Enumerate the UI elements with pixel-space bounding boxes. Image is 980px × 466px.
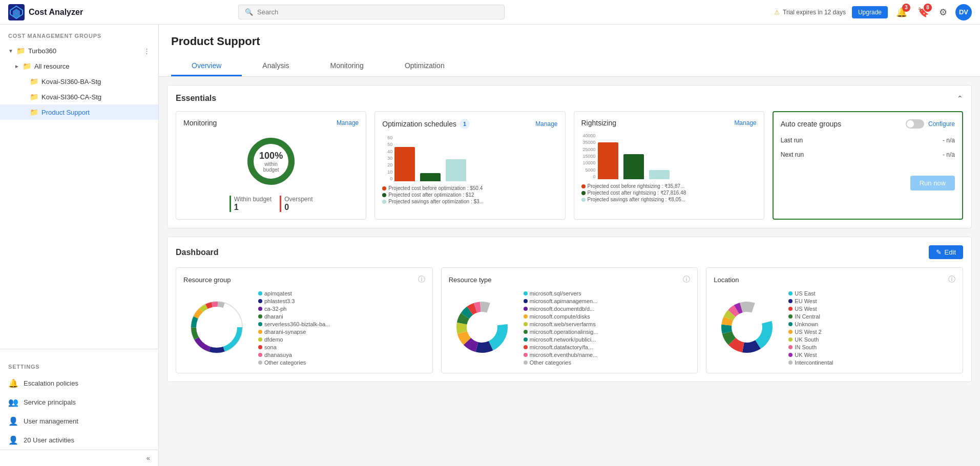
notifications-alert-button[interactable]: 🔖 8 [915,5,931,20]
sidebar: COST MANAGEMENT GROUPS ▼ 📁 Turbo360 ⋮ ► … [0,25,159,466]
optimization-legend: Projected cost before optimization : $50… [382,185,557,204]
location-card: Location ⓘ [706,267,963,373]
location-legend: US East EU West US West IN Central Unkno… [788,290,833,366]
within-budget-label: Within budget [234,196,272,203]
search-input[interactable] [257,8,498,16]
sidebar-item-all-resource[interactable]: ► 📁 All resource [0,58,158,74]
content-header: Product Support Overview Analysis Monito… [159,25,980,77]
last-run-label: Last run [781,137,803,144]
sidebar-item-kovai-ba[interactable]: 📁 Kovai-SI360-BA-Stg [0,74,158,89]
resource-group-title: Resource group [183,276,231,284]
right-bar-1 [598,142,618,179]
opt-bar-3 [446,159,466,181]
tab-optimization[interactable]: Optimization [384,56,465,76]
sidebar-item-service-principals[interactable]: 👥 Service principals [0,393,158,412]
settings-item-label: User management [24,417,78,425]
next-run-value: - n/a [943,151,955,158]
opt-bar-1 [394,147,415,182]
sidebar-item-turbo360[interactable]: ▼ 📁 Turbo360 ⋮ [0,43,158,58]
rightsizing-card: Rightsizing Manage 400003500025000150001… [574,111,764,220]
location-content: US East EU West US West IN Central Unkno… [714,290,955,366]
bell-badge: 3 [902,4,910,12]
resource-type-legend: microsoft.sql/servers microsoft.apimanag… [524,290,598,366]
edit-icon: ✎ [936,248,942,256]
resource-type-title: Resource type [449,276,492,284]
avatar[interactable]: DV [955,4,972,20]
opt-bar-2 [420,173,441,181]
search-icon: 🔍 [245,8,253,16]
auto-create-toggle[interactable] [906,119,924,129]
app-logo: Cost Analyzer [8,4,100,20]
tab-overview[interactable]: Overview [171,56,242,76]
right-legend-2: Projected cost after rightsizing : ₹27,8… [588,190,686,196]
upgrade-button[interactable]: Upgrade [852,6,888,18]
main-content: Product Support Overview Analysis Monito… [159,25,980,466]
dashboard-title: Dashboard [176,248,219,257]
right-legend-1: Projected cost before rightsizing : ₹35,… [588,183,685,189]
legend-text-1: Projected cost before optimization : $50… [388,185,483,191]
resource-type-content: microsoft.sql/servers microsoft.apimanag… [449,290,691,366]
next-run-label: Next run [781,151,804,158]
resource-group-card: Resource group ⓘ [176,267,433,373]
resource-type-info-icon[interactable]: ⓘ [683,275,690,284]
resource-type-header: Resource type ⓘ [449,275,691,284]
sidebar-item-user-activities[interactable]: 👤 20 User activities [0,431,158,450]
sidebar-item-label: Product Support [41,109,90,116]
tab-monitoring[interactable]: Monitoring [310,56,384,76]
alert-badge: 8 [924,4,932,12]
overspent-stat: Overspent 0 [280,196,312,212]
overspent-value: 0 [284,203,289,212]
monitoring-content: 100% within budget Within budget 1 [183,133,359,212]
chevron-right-icon: ► [14,63,19,69]
settings-section-label: SETTINGS [0,355,158,374]
configure-link[interactable]: Configure [928,120,955,128]
location-donut [714,294,780,362]
essentials-collapse-button[interactable]: ⌃ [957,94,963,102]
edit-label: Edit [945,248,956,256]
rightsizing-card-title: Rightsizing [581,119,616,127]
sidebar-item-product-support[interactable]: 📁 Product Support [0,104,158,120]
auto-create-title: Auto create groups [781,120,841,128]
folder-icon-active: 📁 [30,108,38,116]
escalation-icon: 🔔 [8,378,18,388]
sidebar-item-label: Kovai-SI360-CA-Stg [41,93,101,101]
right-bar-2 [623,154,644,180]
location-header: Location ⓘ [714,275,955,284]
right-bar-3 [649,170,670,179]
sidebar-item-kovai-ca[interactable]: 📁 Kovai-SI360-CA-Stg [0,89,158,104]
tabs: Overview Analysis Monitoring Optimizatio… [171,56,968,76]
toggle-thumb [907,120,914,128]
cost-groups-label: COST MANAGEMENT GROUPS [0,25,158,43]
sidebar-collapse-button[interactable]: « [0,450,158,466]
dashboard-grid: Resource group ⓘ [176,267,963,373]
essentials-section: Essentials ⌃ Monitoring Manage [167,85,972,228]
optimization-card-header: Optimization schedules 1 Manage [382,119,557,129]
optimization-manage-link[interactable]: Manage [535,120,557,128]
monitoring-stats: Within budget 1 Overspent 0 [230,196,313,212]
sidebar-item-user-management[interactable]: 👤 User management [0,412,158,431]
monitoring-manage-link[interactable]: Manage [337,119,359,126]
top-bar: Cost Analyzer 🔍 ⚠ Trial expires in 12 da… [0,0,980,25]
location-info-icon[interactable]: ⓘ [948,275,955,284]
page-title: Product Support [171,35,968,48]
rightsizing-manage-link[interactable]: Manage [734,119,756,126]
sidebar-item-label: Kovai-SI360-BA-Stg [41,78,101,86]
notifications-bell-button[interactable]: 🔔 3 [894,5,909,20]
resource-group-header: Resource group ⓘ [183,275,425,284]
within-budget-stat: Within budget 1 [230,196,272,212]
tab-analysis[interactable]: Analysis [242,56,309,76]
monitoring-percent: 100% [257,151,285,161]
trial-banner: ⚠ Trial expires in 12 days [774,9,846,16]
top-actions: ⚠ Trial expires in 12 days Upgrade 🔔 3 🔖… [774,4,972,20]
resource-group-info-icon[interactable]: ⓘ [418,275,425,284]
next-run-row: Next run - n/a [781,151,955,158]
monitoring-sub: within budget [257,161,285,173]
optimization-chart: 6050403020100 Projected cost before opti… [382,135,557,204]
settings-button[interactable]: ⚙ [937,5,949,20]
run-now-button[interactable]: Run now [910,176,955,190]
svg-point-39 [733,313,761,342]
legend-text-3: Projected savings after optimization : $… [388,199,484,204]
sidebar-item-escalation[interactable]: 🔔 Escalation policies [0,374,158,393]
svg-point-28 [468,313,496,342]
edit-dashboard-button[interactable]: ✎ Edit [929,245,963,259]
